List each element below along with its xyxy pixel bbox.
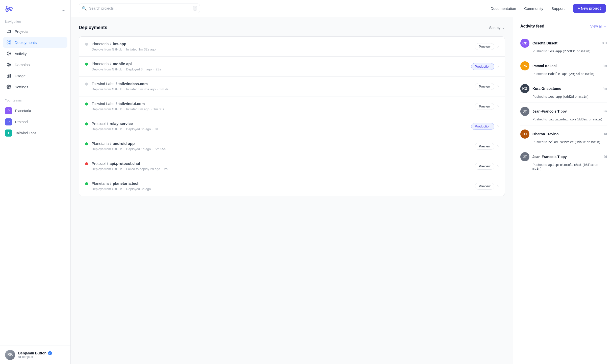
deployment-right: Preview › <box>475 163 499 170</box>
status-dot <box>85 63 88 66</box>
teams-section-label: Your teams <box>5 99 65 102</box>
deployment-meta: Deploys from GitHub · Initiated 5m 45s a… <box>92 87 168 91</box>
deployment-info: Tailwind Labs / tailwindui.com Deploys f… <box>92 101 164 111</box>
sort-by-button[interactable]: Sort by ⌄ <box>489 26 505 30</box>
deployment-item[interactable]: Planetaria / mobile-api Deploys from Git… <box>79 56 505 76</box>
deployment-project: Tailwind Labs <box>92 101 114 106</box>
sidebar-item-settings[interactable]: Settings <box>3 82 67 92</box>
team-item-tailwind[interactable]: T Tailwind Labs <box>5 127 65 139</box>
topbar: 🔍 / Documentation Community Support + Ne… <box>71 0 614 17</box>
deployment-meta: Deploys from GitHub · Initiated 8m ago ·… <box>92 107 164 111</box>
deployment-repo: api.protocol.chat <box>110 161 140 166</box>
new-project-button[interactable]: + New project <box>573 4 606 13</box>
avatar-img: PK <box>520 61 529 70</box>
chevron-right-icon: › <box>497 64 499 69</box>
status-dot <box>85 83 88 86</box>
sidebar-item-deployments[interactable]: Deployments <box>3 37 67 48</box>
deployment-time: Initiated 5m 45s ago <box>126 87 156 91</box>
activity-desc: Pushed to relay-service (9da3c on main) <box>520 140 607 144</box>
chevron-right-icon: › <box>497 104 499 109</box>
search-input[interactable] <box>79 4 200 13</box>
deployment-meta: Deploys from GitHub · Deployed 3h ago ·8… <box>92 127 158 131</box>
team-item-planetaria[interactable]: P Planetaria <box>5 105 65 116</box>
activity-icon <box>6 51 12 56</box>
activity-target: relay-service <box>548 140 574 144</box>
deployment-badge: Preview <box>475 103 494 110</box>
sidebar-item-projects[interactable]: Projects <box>3 26 67 37</box>
deployment-item[interactable]: Planetaria / ios-app Deploys from GitHub… <box>79 36 505 56</box>
status-dot <box>85 162 88 165</box>
view-all-link[interactable]: View all → <box>590 24 607 28</box>
deployment-meta: Deploys from GitHub · Initiated 1m 32s a… <box>92 47 156 51</box>
user-handle: benjbutt <box>18 355 65 359</box>
activity-desc: Pushed to mobile-api (29jsd on main) <box>520 72 607 76</box>
activity-time: 4m <box>603 87 607 90</box>
deployment-item[interactable]: Protocol / api.protocol.chat Deploys fro… <box>79 156 505 176</box>
activity-time: 8m <box>603 110 607 113</box>
deployment-badge: Production <box>471 123 494 130</box>
sidebar-domains-label: Domains <box>15 63 30 67</box>
svg-rect-2 <box>9 41 11 42</box>
deployment-source: Deploys from GitHub <box>92 107 122 111</box>
slash: / <box>107 121 108 126</box>
deployment-right: Preview › <box>475 43 499 50</box>
deployment-repo: ios-app <box>113 42 126 46</box>
activity-target: mobile-api <box>548 72 568 76</box>
deployment-item[interactable]: Protocol / relay-service Deploys from Gi… <box>79 116 505 136</box>
documentation-link[interactable]: Documentation <box>491 6 516 11</box>
deployment-name: Planetaria / android-app <box>92 141 166 146</box>
deployment-time: Deployed 3h ago <box>126 127 151 131</box>
activity-name-row: Kora Grisostomo 4m <box>532 87 607 91</box>
deployment-info: Planetaria / ios-app Deploys from GitHub… <box>92 42 156 51</box>
deployment-info: Tailwind Labs / tailwindcss.com Deploys … <box>92 82 168 91</box>
deployment-left: Planetaria / ios-app Deploys from GitHub… <box>85 42 156 51</box>
activity-avatar: PK <box>520 61 529 70</box>
community-link[interactable]: Community <box>524 6 543 11</box>
svg-rect-1 <box>7 43 8 44</box>
chevron-right-icon: › <box>497 144 499 148</box>
slash: / <box>110 62 111 66</box>
activity-time: 30s <box>602 41 607 45</box>
slash: / <box>116 101 117 106</box>
activity-time: 2d <box>604 155 607 159</box>
deployment-source: Deploys from GitHub <box>92 67 122 71</box>
topbar-nav: Documentation Community Support + New pr… <box>491 4 606 13</box>
avatar-img: KG <box>520 84 529 93</box>
deployment-item[interactable]: Tailwind Labs / tailwindcss.com Deploys … <box>79 76 505 96</box>
sidebar-item-usage[interactable]: Usage <box>3 70 67 81</box>
deployment-name: Planetaria / ios-app <box>92 42 156 46</box>
sidebar-item-activity[interactable]: Activity <box>3 48 67 59</box>
deployment-badge: Preview <box>475 163 494 170</box>
deployment-time: Deployed 3m ago <box>126 67 152 71</box>
svg-point-5 <box>8 53 10 54</box>
activity-top: JT Jean-Francois Tippy 8m <box>520 107 607 116</box>
deployment-right: Preview › <box>475 143 499 150</box>
activity-item: KG Kora Grisostomo 4m Pushed to ios-app … <box>520 80 607 103</box>
deployment-name: Protocol / relay-service <box>92 121 158 126</box>
activity-user: Cosetta Dusett <box>532 41 557 45</box>
deployment-info: Protocol / relay-service Deploys from Gi… <box>92 121 158 131</box>
nav-section-label: Navigation <box>0 20 70 26</box>
bar-chart-icon <box>6 73 12 79</box>
sidebar-menu-dots[interactable]: ··· <box>62 8 65 13</box>
team-label-protocol: Protocol <box>15 120 28 124</box>
team-avatar-protocol: P <box>5 118 12 125</box>
activity-top: CD Cosetta Dusett 30s <box>520 39 607 48</box>
slash: / <box>110 42 111 46</box>
main-nav: Projects Deployments Activity Domains <box>0 26 70 93</box>
activity-hash: 29jsd <box>570 72 580 76</box>
support-link[interactable]: Support <box>551 6 565 11</box>
deployment-meta: Deploys from GitHub · Deployed 1d ago ·5… <box>92 147 166 151</box>
sidebar-top: ··· <box>0 0 70 20</box>
activity-user: Oberon Trevino <box>532 132 558 136</box>
deployment-right: Preview › <box>475 103 499 110</box>
activity-user: Pammi Kakani <box>532 64 557 68</box>
sidebar-item-domains[interactable]: Domains <box>3 59 67 70</box>
deployment-item[interactable]: Tailwind Labs / tailwindui.com Deploys f… <box>79 96 505 116</box>
deployment-info: Planetaria / mobile-api Deploys from Git… <box>92 62 161 71</box>
deployment-item[interactable]: Planetaria / planetaria.tech Deploys fro… <box>79 176 505 196</box>
slash: / <box>110 141 111 146</box>
deployment-item[interactable]: Planetaria / android-app Deploys from Gi… <box>79 136 505 156</box>
team-item-protocol[interactable]: P Protocol <box>5 116 65 127</box>
activity-branch: main <box>585 72 593 76</box>
